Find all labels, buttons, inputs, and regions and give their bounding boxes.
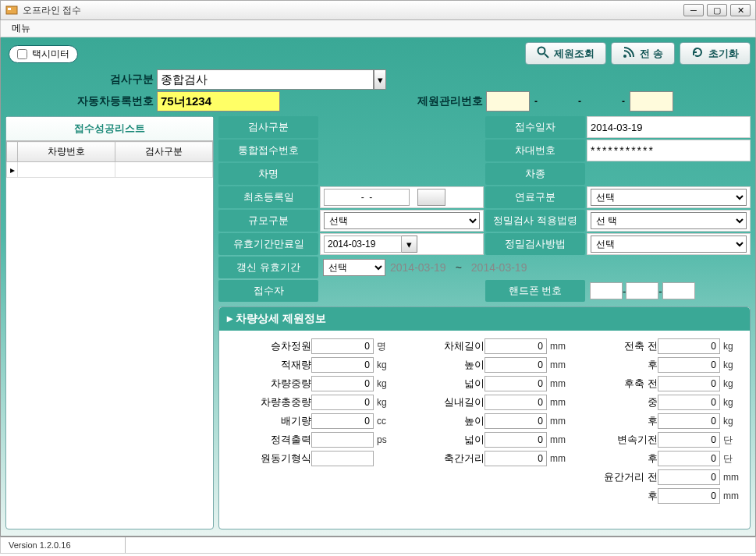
hgt-input[interactable] (484, 357, 547, 373)
range-to: 2014-03-19 (467, 261, 532, 274)
svg-point-4 (623, 55, 626, 58)
kind-select[interactable] (157, 69, 374, 90)
form-grid: 검사구분 접수일자 2014-03-19 통합접수번호 차대번호 *******… (218, 116, 751, 302)
success-list-panel: 접수성공리스트 차량번호 검사구분 ▸ (5, 116, 214, 529)
phone-1[interactable] (590, 282, 623, 299)
method-select[interactable]: 선택 (591, 236, 747, 253)
table-row[interactable]: ▸ (7, 162, 213, 178)
trr-input[interactable] (658, 488, 720, 504)
window-title: 오프라인 접수 (23, 4, 683, 17)
rss-icon (623, 46, 635, 61)
fr-input[interactable] (658, 357, 720, 373)
svg-point-2 (538, 48, 545, 55)
val-firstreg (320, 186, 484, 208)
val-recv-date: 2014-03-19 (587, 116, 751, 138)
disp-input[interactable] (311, 413, 374, 429)
menubar: 메뉴 (0, 20, 756, 37)
menu-main[interactable]: 메뉴 (5, 20, 37, 37)
phone-3[interactable] (662, 282, 695, 299)
wheel-input[interactable] (484, 451, 547, 466)
mgmt-label: 제원관리번호 (280, 94, 483, 108)
mgmt-spacer (542, 91, 573, 112)
kind-dropdown-button[interactable]: ▾ (374, 69, 386, 90)
top-bar: 택시미터 제원조회 전 송 초기화 (5, 42, 751, 66)
detail-title: ▸ 차량상세 제원정보 (219, 307, 750, 331)
minimize-button[interactable]: ─ (683, 4, 704, 16)
val-insp-kind (320, 116, 484, 138)
reset-button[interactable]: 초기화 (680, 42, 751, 65)
mgmt-dash-3: - (617, 96, 630, 107)
ff-input[interactable] (658, 338, 720, 354)
inwid-input[interactable] (484, 432, 547, 448)
app-icon (5, 4, 18, 16)
rf-input[interactable] (658, 376, 720, 391)
success-grid: 차량번호 검사구분 ▸ (6, 141, 213, 178)
range-tilde: ~ (451, 261, 467, 274)
range-from: 2014-03-19 (385, 261, 451, 274)
grid-header-kind[interactable]: 검사구분 (115, 142, 213, 162)
engine-input[interactable] (311, 451, 374, 466)
titlebar: 오프라인 접수 ─ ▢ ✕ (0, 0, 756, 20)
blen-input[interactable] (484, 338, 547, 354)
gbf-input[interactable] (658, 432, 720, 448)
firstreg-input[interactable] (324, 189, 410, 206)
val-vin: *********** (587, 140, 751, 161)
main-area: 택시미터 제원조회 전 송 초기화 검사구분 ▾ 자동차등록번호 제원관리번호 … (0, 37, 756, 537)
rr-input[interactable] (658, 413, 720, 429)
right-panel: 검사구분 접수일자 2014-03-19 통합접수번호 차대번호 *******… (218, 116, 751, 529)
maximize-button[interactable]: ▢ (707, 4, 727, 16)
lbl-fuel: 연료구분 (485, 186, 585, 208)
firstreg-button[interactable] (417, 189, 445, 206)
val-renew: 선택 2014-03-19 ~ 2014-03-19 (320, 257, 751, 278)
lbl-firstreg: 최초등록일 (218, 186, 318, 208)
mgmt-tail (630, 91, 673, 112)
val-carname (320, 163, 484, 185)
refresh-icon (691, 46, 704, 61)
close-button[interactable]: ✕ (730, 4, 751, 16)
rm-input[interactable] (658, 395, 720, 410)
detail-panel: ▸ 차량상세 제원정보 승차정원명 적재량kg 차량중량kg 차량총중량kg 배… (218, 306, 751, 529)
statusbar: Version 1.2.0.16 (0, 537, 756, 554)
seating-input[interactable] (311, 338, 374, 354)
lbl-recv-date: 접수일자 (485, 116, 585, 138)
load-input[interactable] (311, 357, 374, 373)
gbr-input[interactable] (658, 451, 720, 466)
carno-input[interactable] (157, 91, 280, 112)
curb-input[interactable] (311, 376, 374, 391)
mgmt-1[interactable] (486, 91, 530, 112)
cell-carno (18, 162, 115, 178)
status-version: Version 1.2.0.16 (1, 537, 126, 553)
phone-2[interactable] (626, 282, 658, 299)
lbl-method: 정밀검사방법 (485, 233, 585, 255)
val-phone: - - (587, 280, 751, 302)
lookup-button[interactable]: 제원조회 (525, 42, 606, 65)
val-recv-no (320, 140, 484, 161)
lbl-phone: 핸드폰 번호 (485, 280, 585, 302)
search-icon (537, 46, 549, 61)
gross-input[interactable] (311, 395, 374, 410)
lbl-insp-kind: 검사구분 (218, 116, 318, 138)
inhgt-input[interactable] (484, 413, 547, 429)
wid-input[interactable] (484, 376, 547, 391)
val-receiver (320, 280, 484, 302)
rated-input[interactable] (311, 432, 374, 448)
grid-header-carno[interactable]: 차량번호 (18, 142, 115, 162)
taximeter-chip[interactable]: 택시미터 (9, 45, 78, 63)
trf-input[interactable] (658, 469, 720, 485)
inlen-input[interactable] (484, 395, 547, 410)
search-row-kind: 검사구분 ▾ (52, 69, 751, 90)
expire-dropdown[interactable]: ▾ (402, 236, 417, 253)
fuel-select[interactable]: 선택 (591, 189, 747, 206)
val-method: 선택 (587, 233, 751, 255)
expire-input[interactable] (324, 236, 402, 253)
taximeter-label: 택시미터 (32, 48, 69, 61)
renew-select[interactable]: 선택 (323, 259, 385, 276)
val-law: 선 택 (587, 210, 751, 232)
taximeter-checkbox[interactable] (17, 49, 27, 59)
detail-col-3: 전축 전kg 후kg 후축 전kg 중kg 후kg 변속기전단 후단 윤간거리 … (573, 338, 742, 507)
lbl-vin: 차대번호 (485, 140, 585, 161)
val-expire: ▾ (320, 233, 484, 255)
law-select[interactable]: 선 택 (591, 212, 747, 229)
send-button[interactable]: 전 송 (611, 42, 675, 65)
size-select[interactable]: 선택 (324, 212, 480, 229)
